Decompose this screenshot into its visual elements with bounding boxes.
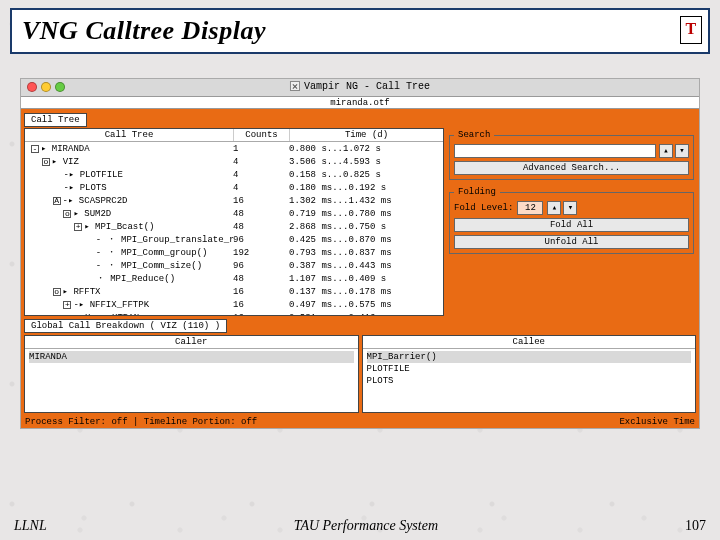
tree-row[interactable]: o▸ VIZ43.506 s...4.593 s bbox=[31, 156, 443, 169]
search-next-button[interactable]: ▾ bbox=[675, 144, 689, 158]
tree-row[interactable]: - ・ MPI_Comm_group()1920.793 ms...0.837 … bbox=[31, 247, 443, 260]
document-name: miranda.otf bbox=[21, 97, 699, 109]
tree-row[interactable]: o▸ SUM2D480.719 ms...0.780 ms bbox=[31, 208, 443, 221]
caller-list: MIRANDA bbox=[25, 349, 358, 365]
traffic-lights bbox=[27, 82, 65, 92]
app-body: Call Tree Call Tree Counts Time (d) -▸ M… bbox=[21, 109, 699, 416]
slide-title-banner: VNG Calltree Display T bbox=[10, 8, 710, 54]
folding-panel: Folding Fold Level: ▴ ▾ Fold All Unfold … bbox=[449, 187, 694, 254]
breakdown-label: Global Call Breakdown ( VIZ (110) ) bbox=[24, 319, 227, 333]
section-label-calltree: Call Tree bbox=[24, 113, 87, 127]
search-panel: Search ▴ ▾ Advanced Search... bbox=[449, 130, 694, 180]
expand-icon[interactable]: - bbox=[31, 145, 39, 153]
caller-item[interactable]: MIRANDA bbox=[29, 351, 354, 363]
expand-icon[interactable]: + bbox=[63, 301, 71, 309]
caller-header: Caller bbox=[25, 336, 358, 349]
fold-level-label: Fold Level: bbox=[454, 203, 513, 213]
status-bar: Process Filter: off | Timeline Portion: … bbox=[21, 416, 699, 428]
callee-header: Callee bbox=[363, 336, 696, 349]
footer-page-number: 107 bbox=[685, 518, 706, 534]
search-legend: Search bbox=[454, 130, 494, 140]
slide-footer: LLNL TAU Performance System 107 bbox=[0, 518, 720, 534]
tree-row[interactable]: o▸ RFFTX160.137 ms...0.178 ms bbox=[31, 286, 443, 299]
expand-icon[interactable]: o bbox=[42, 158, 50, 166]
footer-center: TAU Performance System bbox=[294, 518, 438, 534]
search-prev-button[interactable]: ▴ bbox=[659, 144, 673, 158]
vampir-window: Vampir NG - Call Tree miranda.otf Call T… bbox=[20, 78, 700, 429]
status-left: Process Filter: off | Timeline Portion: … bbox=[25, 417, 257, 427]
zoom-icon[interactable] bbox=[55, 82, 65, 92]
side-panels: Search ▴ ▾ Advanced Search... Folding Fo… bbox=[447, 128, 696, 316]
tree-row[interactable]: - ・ MPI_Group_translate_ranks()960.425 m… bbox=[31, 234, 443, 247]
status-right: Exclusive Time bbox=[619, 417, 695, 427]
calltree-rows: -▸ MIRANDA10.800 s...1.072 s o▸ VIZ43.50… bbox=[25, 142, 443, 316]
col-time[interactable]: Time (d) bbox=[289, 129, 443, 141]
caller-pane[interactable]: Caller MIRANDA bbox=[24, 335, 359, 413]
fold-level-input[interactable] bbox=[517, 201, 543, 215]
advanced-search-button[interactable]: Advanced Search... bbox=[454, 161, 689, 175]
minimize-icon[interactable] bbox=[41, 82, 51, 92]
col-counts[interactable]: Counts bbox=[233, 129, 289, 141]
tree-row[interactable]: - ・ MPI_Comm_size()960.387 ms...0.443 ms bbox=[31, 260, 443, 273]
app-logo-icon bbox=[290, 81, 300, 91]
search-input[interactable] bbox=[454, 144, 656, 158]
fold-all-button[interactable]: Fold All bbox=[454, 218, 689, 232]
tree-row[interactable]: -▸ PLOTFILE40.158 s...0.825 s bbox=[31, 169, 443, 182]
callee-item[interactable]: PLOTFILE bbox=[367, 363, 692, 375]
tree-row[interactable]: ・ MPI_Reduce()481.107 ms...0.409 s bbox=[31, 273, 443, 286]
tree-row[interactable]: H -▸ XTRAN160.381 ms...0.416 ms bbox=[31, 312, 443, 316]
tree-row[interactable]: -▸ MIRANDA10.800 s...1.072 s bbox=[31, 143, 443, 156]
breakdown-panes: Caller MIRANDA Callee MPI_Barrier()PLOTF… bbox=[24, 335, 696, 413]
footer-left: LLNL bbox=[14, 518, 47, 534]
corner-logo-icon: T bbox=[680, 16, 702, 44]
callee-item[interactable]: PLOTS bbox=[367, 375, 692, 387]
expand-icon[interactable]: A bbox=[53, 197, 61, 205]
callee-list: MPI_Barrier()PLOTFILEPLOTS bbox=[363, 349, 696, 389]
tree-row[interactable]: +-▸ NFFIX_FFTPK160.497 ms...0.575 ms bbox=[31, 299, 443, 312]
expand-icon[interactable]: + bbox=[74, 223, 82, 231]
tree-row[interactable]: -▸ PLOTS40.180 ms...0.192 s bbox=[31, 182, 443, 195]
tree-row[interactable]: A-▸ SCASPRC2D161.302 ms...1.432 ms bbox=[31, 195, 443, 208]
calltree-pane[interactable]: Call Tree Counts Time (d) -▸ MIRANDA10.8… bbox=[24, 128, 444, 316]
calltree-header: Call Tree Counts Time (d) bbox=[25, 129, 443, 142]
callee-item[interactable]: MPI_Barrier() bbox=[367, 351, 692, 363]
fold-level-up[interactable]: ▴ bbox=[547, 201, 561, 215]
expand-icon[interactable]: o bbox=[53, 288, 61, 296]
col-calltree[interactable]: Call Tree bbox=[25, 129, 233, 141]
folding-legend: Folding bbox=[454, 187, 500, 197]
slide-title: VNG Calltree Display bbox=[22, 16, 266, 45]
expand-icon[interactable]: o bbox=[63, 210, 71, 218]
unfold-all-button[interactable]: Unfold All bbox=[454, 235, 689, 249]
close-icon[interactable] bbox=[27, 82, 37, 92]
tree-row[interactable]: +▸ MPI_Bcast()482.868 ms...0.750 s bbox=[31, 221, 443, 234]
window-title: Vampir NG - Call Tree bbox=[290, 81, 430, 92]
fold-level-down[interactable]: ▾ bbox=[563, 201, 577, 215]
callee-pane[interactable]: Callee MPI_Barrier()PLOTFILEPLOTS bbox=[362, 335, 697, 413]
window-titlebar[interactable]: Vampir NG - Call Tree bbox=[21, 79, 699, 97]
